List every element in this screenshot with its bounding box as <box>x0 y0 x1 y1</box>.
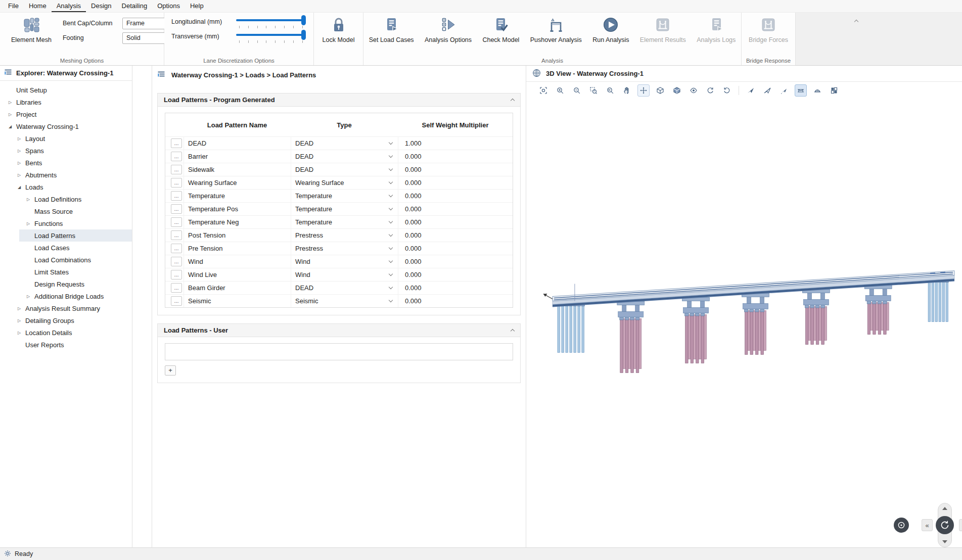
lock-model-button[interactable]: Lock Model <box>317 13 360 54</box>
load-pattern-type-select[interactable]: DEAD <box>291 137 398 150</box>
slider-handle[interactable] <box>301 30 306 40</box>
row-options-button[interactable]: ... <box>171 165 182 174</box>
self-weight-multiplier[interactable]: 0.000 <box>398 295 513 307</box>
tree-collapsed-arrow-icon[interactable]: ▷ <box>7 112 14 117</box>
tree-item-mass-source[interactable]: Mass Source <box>0 205 132 217</box>
tree-item-functions[interactable]: ▷Functions <box>0 217 132 229</box>
tree-expanded-arrow-icon[interactable]: ◢ <box>16 185 23 190</box>
load-pattern-type-select[interactable]: Temperature <box>291 216 398 228</box>
tree-item-load-cases[interactable]: Load Cases <box>0 242 132 254</box>
tree-item-spans[interactable]: ▷Spans <box>0 145 132 157</box>
tree-collapsed-arrow-icon[interactable]: ▷ <box>16 331 23 335</box>
self-weight-multiplier[interactable]: 0.000 <box>398 268 513 281</box>
self-weight-multiplier[interactable]: 0.000 <box>398 242 513 255</box>
tree-item-abutments[interactable]: ▷Abutments <box>0 169 132 181</box>
element-mesh-button[interactable]: Element Mesh <box>6 13 57 54</box>
load-pattern-type-select[interactable]: Wind <box>291 255 398 268</box>
view-reset-button[interactable] <box>894 518 909 533</box>
menu-item-home[interactable]: Home <box>24 0 52 12</box>
self-weight-multiplier[interactable]: 0.000 <box>398 176 513 189</box>
collapse-panel-icon[interactable] <box>511 99 515 103</box>
tree-collapsed-arrow-icon[interactable]: ▷ <box>25 294 32 299</box>
bridge-elevation-view-icon[interactable] <box>811 84 823 97</box>
row-options-button[interactable]: ... <box>171 244 182 253</box>
zoom-window-icon[interactable] <box>587 84 600 97</box>
load-pattern-name[interactable]: Temperature <box>184 190 291 202</box>
load-pattern-type-select[interactable]: Temperature <box>291 203 398 215</box>
load-pattern-type-select[interactable]: Prestress <box>291 242 398 255</box>
load-pattern-name[interactable]: Barrier <box>184 150 291 163</box>
load-pattern-name[interactable]: Pre Tension <box>184 242 291 255</box>
load-pattern-name[interactable]: Temperature Neg <box>184 216 291 228</box>
tree-collapsed-arrow-icon[interactable]: ▷ <box>7 100 14 105</box>
analysis-options-button[interactable]: Analysis Options <box>420 13 477 54</box>
row-options-button[interactable]: ... <box>171 152 182 161</box>
menu-item-detailing[interactable]: Detailing <box>117 0 153 12</box>
load-pattern-name[interactable]: DEAD <box>184 137 291 150</box>
tree-collapsed-arrow-icon[interactable]: ▷ <box>16 306 23 311</box>
self-weight-multiplier[interactable]: 0.000 <box>398 216 513 228</box>
tree-expanded-arrow-icon[interactable]: ◢ <box>7 124 14 129</box>
load-pattern-type-select[interactable]: Seismic <box>291 295 398 307</box>
menu-item-options[interactable]: Options <box>152 0 185 12</box>
transverse-slider[interactable] <box>236 31 305 43</box>
self-weight-multiplier[interactable]: 0.000 <box>398 190 513 202</box>
slider-handle[interactable] <box>301 15 306 25</box>
tree-item-load-patterns[interactable]: Load Patterns <box>0 229 132 242</box>
self-weight-multiplier[interactable]: 1.000 <box>398 137 513 150</box>
tree-collapsed-arrow-icon[interactable]: ▷ <box>16 161 23 165</box>
load-pattern-name[interactable]: Wearing Surface <box>184 176 291 189</box>
load-pattern-name[interactable]: Sidewalk <box>184 163 291 176</box>
load-pattern-type-select[interactable]: DEAD <box>291 150 398 163</box>
row-options-button[interactable]: ... <box>171 204 182 214</box>
row-options-button[interactable]: ... <box>171 217 182 227</box>
tree-item-bents[interactable]: ▷Bents <box>0 157 132 169</box>
menu-item-design[interactable]: Design <box>86 0 116 12</box>
collapse-panel-icon[interactable] <box>511 329 515 333</box>
pushover-analysis-button[interactable]: Pushover Analysis <box>525 13 587 54</box>
load-pattern-type-select[interactable]: Wearing Surface <box>291 176 398 189</box>
tree-item-user-reports[interactable]: User Reports <box>0 339 132 351</box>
load-pattern-name[interactable]: Beam Girder <box>184 282 291 294</box>
tree-item-analysis-result-summary[interactable]: ▷Analysis Result Summary <box>0 302 132 314</box>
zoom-out-icon[interactable] <box>571 84 583 97</box>
camera-fly-icon[interactable] <box>745 84 757 97</box>
shaded-view-icon[interactable] <box>671 84 683 97</box>
load-pattern-type-select[interactable]: Temperature <box>291 190 398 202</box>
orbit-view-button[interactable] <box>936 516 954 534</box>
self-weight-multiplier[interactable]: 0.000 <box>398 255 513 268</box>
row-options-button[interactable]: ... <box>171 270 182 279</box>
tree-item-detailing-groups[interactable]: ▷Detailing Groups <box>0 314 132 326</box>
section-grid-icon[interactable] <box>828 84 840 97</box>
user-patterns-list[interactable] <box>165 343 513 360</box>
row-options-button[interactable]: ... <box>171 191 182 201</box>
load-pattern-type-select[interactable]: DEAD <box>291 282 398 294</box>
tree-item-layout[interactable]: ▷Layout <box>0 132 132 145</box>
load-pattern-name[interactable]: Seismic <box>184 295 291 307</box>
tree-collapsed-arrow-icon[interactable]: ▷ <box>16 136 23 141</box>
load-pattern-type-select[interactable]: Wind <box>291 268 398 281</box>
orbit-icon[interactable] <box>637 84 650 97</box>
menu-item-help[interactable]: Help <box>185 0 209 12</box>
perspective-view-icon[interactable] <box>688 84 700 97</box>
pan-right-button[interactable]: » <box>959 519 962 531</box>
tree-item-loads[interactable]: ◢Loads <box>0 181 132 193</box>
pan-left-button[interactable]: « <box>922 519 933 531</box>
check-model-button[interactable]: Check Model <box>477 13 524 54</box>
tree-collapsed-arrow-icon[interactable]: ▷ <box>25 197 32 202</box>
tree-item-limit-states[interactable]: Limit States <box>0 266 132 278</box>
tree-item-location-details[interactable]: ▷Location Details <box>0 326 132 339</box>
self-weight-multiplier[interactable]: 0.000 <box>398 229 513 242</box>
tree-item-load-combinations[interactable]: Load Combinations <box>0 254 132 266</box>
load-pattern-name[interactable]: Post Tension <box>184 229 291 242</box>
row-options-button[interactable]: ... <box>171 296 182 306</box>
rotate-ccw-icon[interactable] <box>721 84 733 97</box>
tree-item-unit-setup[interactable]: Unit Setup <box>0 84 132 96</box>
pan-up-button[interactable] <box>940 505 950 512</box>
zoom-extents-icon[interactable] <box>537 84 549 97</box>
tree-collapsed-arrow-icon[interactable]: ▷ <box>16 149 23 153</box>
tree-collapsed-arrow-icon[interactable]: ▷ <box>25 221 32 226</box>
self-weight-multiplier[interactable]: 0.000 <box>398 282 513 294</box>
row-options-button[interactable]: ... <box>171 283 182 293</box>
ribbon-collapse-button[interactable] <box>852 17 860 25</box>
